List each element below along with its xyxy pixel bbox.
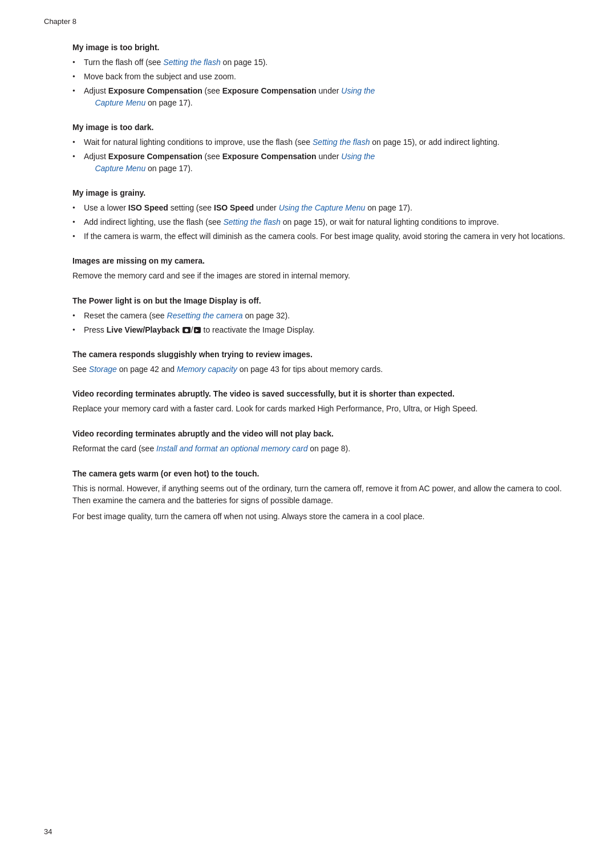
heading-video-no-playback: Video recording terminates abruptly and …	[72, 429, 572, 438]
link-setting-flash-3[interactable]: Setting the flash	[223, 217, 280, 227]
body-camera-warm-1: This is normal. However, if anything see…	[72, 483, 572, 507]
list-item: If the camera is warm, the effect will d…	[72, 231, 572, 242]
list-item: Move back from the subject and use zoom.	[72, 71, 572, 83]
play-icon	[194, 327, 201, 333]
section-too-bright: My image is too bright. Turn the flash o…	[72, 43, 572, 109]
page-number: 34	[44, 827, 52, 836]
body-camera-warm-2: For best image quality, turn the camera …	[72, 511, 572, 523]
list-item: Press Live View/Playback / to reactivate…	[72, 324, 572, 336]
body-images-missing: Remove the memory card and see if the im…	[72, 270, 572, 282]
heading-sluggish: The camera responds sluggishly when tryi…	[72, 350, 572, 359]
section-power-light: The Power light is on but the Image Disp…	[72, 296, 572, 336]
section-sluggish: The camera responds sluggishly when tryi…	[72, 350, 572, 376]
section-too-dark: My image is too dark. Wait for natural l…	[72, 123, 572, 175]
link-storage[interactable]: Storage	[89, 365, 117, 374]
heading-camera-warm: The camera gets warm (or even hot) to th…	[72, 469, 572, 478]
list-item: Wait for natural lighting conditions to …	[72, 136, 572, 148]
link-setting-flash-2[interactable]: Setting the flash	[313, 138, 370, 147]
page-container: Chapter 8 My image is too bright. Turn t…	[0, 0, 616, 571]
chapter-label: Chapter 8	[44, 17, 572, 26]
list-power-light: Reset the camera (see Resetting the came…	[72, 310, 572, 336]
body-video-no-playback: Reformat the card (see Install and forma…	[72, 443, 572, 455]
link-memory-capacity[interactable]: Memory capacity	[177, 365, 237, 374]
camera-icon	[183, 327, 191, 333]
heading-too-bright: My image is too bright.	[72, 43, 572, 52]
list-item: Adjust Exposure Compensation (see Exposu…	[72, 151, 572, 175]
section-video-no-playback: Video recording terminates abruptly and …	[72, 429, 572, 455]
content-area: My image is too bright. Turn the flash o…	[72, 43, 572, 523]
heading-images-missing: Images are missing on my camera.	[72, 256, 572, 265]
list-too-bright: Turn the flash off (see Setting the flas…	[72, 56, 572, 109]
heading-grainy: My image is grainy.	[72, 188, 572, 197]
list-grainy: Use a lower ISO Speed setting (see ISO S…	[72, 202, 572, 242]
list-item: Reset the camera (see Resetting the came…	[72, 310, 572, 322]
section-grainy: My image is grainy. Use a lower ISO Spee…	[72, 188, 572, 242]
section-video-terminates: Video recording terminates abruptly. The…	[72, 389, 572, 415]
heading-power-light: The Power light is on but the Image Disp…	[72, 296, 572, 305]
link-using-capture-3[interactable]: Using the Capture Menu	[279, 203, 366, 212]
section-images-missing: Images are missing on my camera. Remove …	[72, 256, 572, 282]
list-item: Use a lower ISO Speed setting (see ISO S…	[72, 202, 572, 214]
body-video-terminates: Replace your memory card with a faster c…	[72, 403, 572, 415]
list-item: Adjust Exposure Compensation (see Exposu…	[72, 85, 572, 109]
link-install-format[interactable]: Install and format an optional memory ca…	[156, 444, 307, 453]
list-too-dark: Wait for natural lighting conditions to …	[72, 136, 572, 175]
list-item: Add indirect lighting, use the flash (se…	[72, 216, 572, 228]
link-resetting-camera[interactable]: Resetting the camera	[167, 311, 243, 320]
section-camera-warm: The camera gets warm (or even hot) to th…	[72, 469, 572, 523]
list-item: Turn the flash off (see Setting the flas…	[72, 56, 572, 68]
heading-too-dark: My image is too dark.	[72, 123, 572, 132]
link-setting-flash-1[interactable]: Setting the flash	[163, 58, 220, 67]
body-sluggish: See Storage on page 42 and Memory capaci…	[72, 363, 572, 376]
heading-video-terminates: Video recording terminates abruptly. The…	[72, 389, 572, 398]
